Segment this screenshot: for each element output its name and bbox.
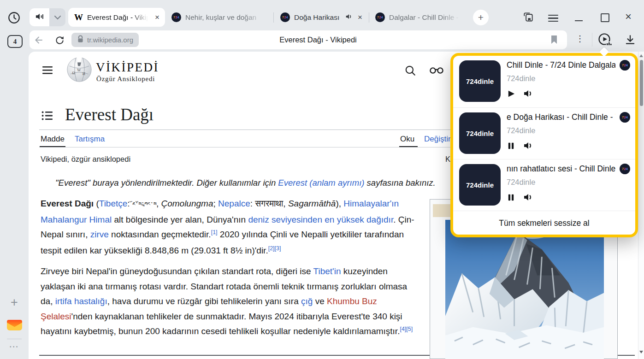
media-player-icon[interactable] bbox=[597, 32, 612, 47]
url-domain-chip[interactable]: tr.wikipedia.org bbox=[71, 33, 139, 47]
tab-audio-playing-icon[interactable] bbox=[345, 13, 353, 22]
inline-link[interactable]: çığ bbox=[301, 296, 313, 306]
audio-title: Chill Dinle - 7/24 Dinle Dalgala bbox=[507, 60, 615, 70]
inline-link[interactable]: deniz seviyesinden en yüksek dağıdır bbox=[248, 215, 393, 224]
wikipedia-globe-logo[interactable]: WΩИ bbox=[66, 56, 93, 83]
audio-entry[interactable]: 724dinle e Doğa Harikası - Chill Dinle -… bbox=[453, 107, 635, 159]
sound-menu-chevron[interactable] bbox=[49, 8, 65, 26]
inline-link[interactable]: Everest (anlam ayrımı) bbox=[278, 178, 364, 188]
audio-source: 724dinle bbox=[507, 178, 535, 187]
tab-title: Dalgalar - Chill Dinle - 7 bbox=[389, 13, 462, 22]
paragraph-2: Zirveye biri Nepal'in güneydoğusundan çı… bbox=[41, 264, 416, 340]
tab-counter-badge[interactable]: 4 bbox=[7, 35, 23, 48]
yandex-mail-icon[interactable] bbox=[6, 317, 23, 332]
audio-entry[interactable]: 724dinle nın rahatlatıcı sesi - Chill Di… bbox=[453, 159, 635, 211]
site-tagline: Vikipedi, özgür ansiklopedi bbox=[41, 155, 130, 164]
inline-link[interactable]: irtifa hastalığı bbox=[55, 296, 107, 306]
inline-link[interactable]: Nepalce bbox=[218, 199, 250, 208]
wikipedia-favicon: W bbox=[74, 12, 83, 23]
page-actions-menu-icon[interactable]: ⋮ bbox=[576, 34, 584, 44]
tab-divider bbox=[273, 12, 274, 23]
text-run: noktasından geçmektedir. bbox=[109, 230, 211, 239]
sidebar-add-button[interactable]: + bbox=[8, 295, 20, 310]
wiki-logo-title[interactable]: VİKİPEDİ bbox=[96, 60, 159, 75]
audio-source: 724dinle bbox=[507, 126, 535, 135]
tab-tartisma[interactable]: Tartışma bbox=[75, 135, 105, 144]
audio-tabs-popup: 724dinle Chill Dinle - 7/24 Dinle Dalgal… bbox=[450, 53, 638, 237]
download-icon[interactable] bbox=[624, 34, 636, 46]
tab-title: Everest Dağı - Vikip bbox=[87, 13, 150, 22]
wiki-hamburger-icon[interactable] bbox=[42, 66, 53, 74]
inline-link[interactable]: Tibetçe bbox=[99, 199, 128, 208]
mute-all-tabs-button[interactable]: Tüm sekmeleri sessize al bbox=[453, 211, 635, 235]
scroll-down-arrow[interactable] bbox=[639, 351, 643, 353]
724dinle-favicon: 724 bbox=[620, 112, 630, 123]
toc-icon[interactable] bbox=[41, 111, 53, 121]
tab-everest-active[interactable]: W Everest Dağı - Vikip × bbox=[68, 8, 165, 27]
audio-entry[interactable]: 724dinle Chill Dinle - 7/24 Dinle Dalgal… bbox=[453, 56, 635, 107]
audio-thumbnail[interactable]: 724dinle bbox=[459, 60, 501, 102]
tab-doga-harikasi[interactable]: 724 Doğa Harikası - C × bbox=[278, 8, 368, 27]
window-close-button[interactable]: × bbox=[625, 10, 632, 23]
audio-thumbnail[interactable]: 724dinle bbox=[459, 164, 501, 206]
text-run: alt bölgesinde yer alan, Dünya'nın bbox=[112, 215, 248, 224]
tab-title: Doğa Harikası - C bbox=[294, 13, 341, 22]
back-icon[interactable] bbox=[33, 35, 44, 46]
page-title: Everest Dağı - Vikipedi bbox=[194, 35, 443, 44]
text-run: ཇོ་མོ་གླང་མ bbox=[132, 201, 156, 208]
tab-close-icon[interactable]: × bbox=[154, 13, 160, 21]
everest-photo[interactable] bbox=[445, 220, 604, 359]
browser-menu-icon[interactable] bbox=[548, 12, 558, 24]
inline-link[interactable]: zirve bbox=[90, 230, 109, 239]
new-tab-button[interactable]: + bbox=[473, 10, 489, 25]
tab-dalgalar[interactable]: 724 Dalgalar - Chill Dinle - 7 bbox=[372, 8, 467, 27]
audio-thumbnail[interactable]: 724dinle bbox=[459, 112, 501, 154]
audio-title: e Doğa Harikası - Chill Dinle - 7 bbox=[507, 112, 615, 122]
724dinle-favicon: 724 bbox=[171, 12, 181, 22]
page-scrollbar[interactable] bbox=[638, 52, 644, 359]
browser-window: W Everest Dağı - Vikip × 724 Nehir, kuşl… bbox=[0, 0, 644, 359]
appearance-glasses-icon[interactable] bbox=[429, 66, 444, 74]
scrollbar-thumb[interactable] bbox=[640, 60, 643, 106]
play-icon[interactable] bbox=[507, 89, 515, 100]
text-run: [2][3] bbox=[268, 245, 281, 252]
volume-icon[interactable] bbox=[523, 193, 533, 204]
724dinle-favicon: 724 bbox=[375, 12, 385, 22]
svg-text:Ω: Ω bbox=[72, 71, 75, 75]
volume-icon[interactable] bbox=[523, 141, 533, 152]
hatnote: "Everest" buraya yönlendirilmektedir. Di… bbox=[55, 178, 436, 188]
search-icon[interactable] bbox=[404, 65, 416, 77]
text-run: Çomolungma bbox=[161, 199, 213, 208]
tab-madde[interactable]: Madde bbox=[41, 135, 65, 144]
tab-nehir[interactable]: 724 Nehir, kuşlar ve doğan bbox=[169, 8, 271, 27]
text-run: , hava durumu ve rüzgâr gibi tehlikeleri… bbox=[107, 296, 301, 306]
tab-sound-button[interactable] bbox=[30, 8, 49, 26]
text-run: ( bbox=[94, 199, 99, 208]
tab-divider bbox=[369, 12, 369, 23]
article-title: Everest Dağı bbox=[65, 105, 154, 124]
lock-icon bbox=[77, 35, 84, 45]
sidebar-overflow-icon[interactable]: ⋯ bbox=[8, 341, 21, 352]
tab-oku[interactable]: Oku bbox=[400, 135, 414, 144]
pause-icon[interactable] bbox=[507, 193, 515, 204]
bookmark-icon[interactable] bbox=[549, 35, 559, 45]
window-minimize-button[interactable] bbox=[575, 20, 583, 21]
audio-source: 724dinle bbox=[507, 74, 535, 83]
tab-degistir[interactable]: Değiştir bbox=[424, 135, 451, 144]
side-panel-icon[interactable] bbox=[522, 11, 534, 23]
scroll-up-arrow[interactable] bbox=[639, 54, 643, 57]
724dinle-favicon: 724 bbox=[620, 60, 630, 71]
text-run: : bbox=[127, 199, 132, 208]
reload-icon[interactable] bbox=[54, 35, 65, 46]
tab-close-icon[interactable]: × bbox=[357, 13, 363, 21]
text-run: 'nden kaynaklanan tehlikeler de sunmakta… bbox=[41, 312, 402, 336]
volume-icon[interactable] bbox=[523, 89, 533, 100]
speaker-icon bbox=[35, 12, 44, 23]
inline-link[interactable]: Tibet'in bbox=[313, 266, 341, 276]
text-run: ), bbox=[336, 199, 343, 208]
window-maximize-button[interactable] bbox=[601, 13, 609, 22]
pause-icon[interactable] bbox=[507, 141, 515, 152]
text-run: Zirveye biri Nepal'in güneydoğusundan çı… bbox=[41, 266, 313, 276]
text-run: Everest Dağı bbox=[41, 199, 94, 208]
history-clock-icon[interactable] bbox=[8, 12, 20, 24]
